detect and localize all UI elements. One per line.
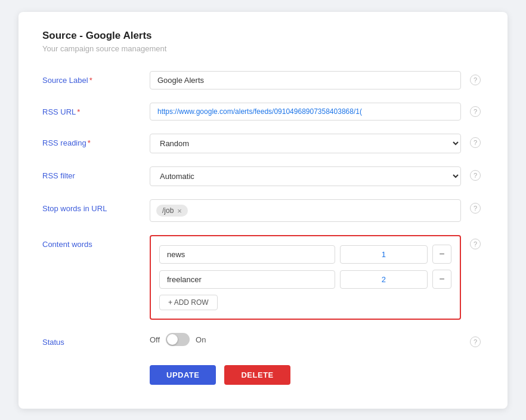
rss-filter-row: RSS filter Automatic Manual None ? [42,166,484,186]
stop-words-help-icon[interactable]: ? [470,203,481,214]
update-button[interactable]: UPDATE [150,365,216,385]
content-words-box: − − + ADD ROW [150,235,461,320]
rss-filter-select[interactable]: Automatic Manual None [150,166,461,186]
rss-reading-label: RSS reading* [42,134,150,147]
source-label-input[interactable] [150,71,461,89]
page-title: Source - Google Alerts [42,30,484,42]
rss-reading-select[interactable]: Random Sequential All [150,134,461,153]
content-word-number-1-container [340,245,428,264]
delete-button[interactable]: DELETE [224,365,290,385]
stop-words-label: Stop words in URL [42,199,150,213]
content-word-number-1[interactable] [340,245,428,264]
content-word-row-2: − [159,270,451,289]
stop-words-help: ? [467,199,484,214]
remove-row-1-button[interactable]: − [432,245,451,264]
rss-reading-row: RSS reading* Random Sequential All ? [42,134,484,153]
status-field: Off On [150,333,461,346]
source-label-help-icon[interactable]: ? [470,75,481,85]
content-word-input-1-container [159,245,335,264]
remove-row-2-button[interactable]: − [432,270,451,289]
rss-url-label: RSS URL* [42,103,150,116]
stop-words-container[interactable]: /job × [150,199,461,222]
status-help: ? [467,333,484,347]
rss-reading-field: Random Sequential All [150,134,461,153]
stop-words-row: Stop words in URL /job × ? [42,199,484,222]
actions-row: UPDATE DELETE [42,365,484,385]
status-on-label: On [196,335,206,344]
source-label-field [150,71,461,89]
rss-filter-field: Automatic Manual None [150,166,461,186]
rss-filter-help: ? [467,166,484,181]
content-words-help-icon[interactable]: ? [470,239,481,249]
source-label-row: Source Label* ? [42,71,484,89]
tag-remove-icon[interactable]: × [177,207,182,215]
main-card: Source - Google Alerts Your campaign sou… [18,12,508,409]
content-word-input-1[interactable] [159,245,335,264]
rss-filter-label: RSS filter [42,166,150,180]
status-row: Status Off On ? [42,333,484,347]
status-toggle-row: Off On [150,333,461,346]
content-word-number-2-container [340,270,428,289]
rss-url-help-icon[interactable]: ? [470,106,481,117]
stop-words-field: /job × [150,199,461,222]
stop-word-tag: /job × [156,205,188,217]
content-words-label: Content words [42,235,150,249]
content-word-input-2[interactable] [159,270,335,289]
rss-url-input[interactable] [150,103,461,121]
content-words-field: − − + ADD ROW [150,235,461,320]
content-words-help: ? [467,235,484,249]
add-row-button[interactable]: + ADD ROW [159,295,218,310]
content-word-input-2-container [159,270,335,289]
page-subtitle: Your campaign source management [42,44,484,53]
source-label-label: Source Label* [42,71,150,85]
status-label: Status [42,333,150,347]
tag-text: /job [162,206,174,215]
status-help-icon[interactable]: ? [470,336,481,347]
rss-url-help: ? [467,103,484,117]
rss-url-field [150,103,461,121]
toggle-thumb [167,334,178,345]
content-word-row-1: − [159,245,451,264]
rss-url-row: RSS URL* ? [42,103,484,121]
content-words-row: Content words − [42,235,484,320]
status-off-label: Off [150,335,160,344]
status-toggle[interactable] [166,333,190,346]
rss-reading-help-icon[interactable]: ? [470,137,481,148]
rss-filter-help-icon[interactable]: ? [470,170,481,181]
source-label-help: ? [467,71,484,85]
content-word-number-2[interactable] [340,270,428,289]
rss-reading-help: ? [467,134,484,148]
